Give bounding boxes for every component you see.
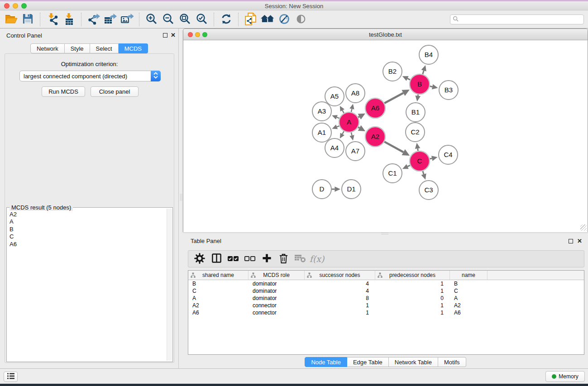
refresh-layout-button[interactable] [218,11,234,28]
window-resize-grip-icon[interactable] [580,224,587,231]
node-label-C4: C4 [444,151,452,158]
column-header[interactable]: shared name [188,271,249,280]
search-box[interactable] [450,14,584,24]
home-icon [261,14,274,26]
zoom-in-button[interactable] [143,11,160,28]
node-label-D: D [320,185,325,193]
table-row[interactable]: A6connector11A6 [188,309,584,316]
edge-A-A1[interactable] [337,126,339,127]
table-row[interactable]: Adominator80A [188,295,584,302]
arrowhead-icon [335,186,340,192]
toolbar-separator [40,13,40,26]
search-input[interactable] [460,15,583,24]
column-header[interactable]: name [450,271,488,280]
node-label-B1: B1 [411,108,420,116]
mcds-result-item[interactable]: B [10,226,166,233]
horizontal-splitter-grip[interactable] [381,233,388,235]
export-network-button[interactable] [85,11,102,28]
zoom-selected-button[interactable] [193,11,210,28]
home-button[interactable] [259,11,276,28]
save-session-button[interactable] [19,11,36,28]
tab-edge-table[interactable]: Edge Table [347,357,389,367]
network-window-titlebar[interactable]: testGlobe.txt [183,29,588,40]
column-header[interactable]: predecessor nodes [375,271,450,280]
zoom-fit-button[interactable] [177,11,193,28]
show-graphics-details-button[interactable] [292,11,309,28]
add-column-button[interactable] [260,252,273,266]
node-table[interactable]: shared nameMCDS rolesuccessor nodesprede… [188,270,584,355]
open-session-button[interactable] [3,11,19,28]
show-panels-button[interactable] [4,372,18,382]
node-label-A3: A3 [318,107,326,115]
delete-column-button[interactable] [277,252,290,266]
edge-A-A5[interactable] [342,110,344,113]
float-control-panel-button[interactable] [163,33,167,38]
export-image-button[interactable] [119,11,135,28]
table-row[interactable]: Bdominator41B [188,280,584,287]
edge-B-B4[interactable] [423,71,424,74]
edge-A6-B[interactable] [384,93,403,103]
edge-C-C4[interactable] [430,158,432,159]
column-view-button[interactable] [210,252,223,266]
tab-select[interactable]: Select [90,43,119,53]
settings-button[interactable] [193,252,206,266]
edge-A-A6[interactable] [358,117,359,117]
select-all-button[interactable] [226,252,240,266]
close-control-panel-button[interactable]: ✕ [171,32,176,38]
edge-A-A3[interactable] [337,117,339,118]
close-table-panel-button[interactable]: ✕ [577,238,582,244]
tab-network[interactable]: Network [30,43,65,53]
tab-mcds[interactable]: MCDS [119,43,148,53]
export-table-button[interactable] [102,11,119,28]
mcds-result-item[interactable]: A [10,218,166,225]
node-label-A7: A7 [351,147,359,155]
run-mcds-button[interactable]: Run MCDS [42,86,85,97]
edge-C-C2[interactable] [418,148,418,151]
edge-C-C3[interactable] [423,171,424,174]
column-header[interactable]: successor nodes [305,271,375,280]
delete-table-icon [294,254,306,264]
function-builder-button: f(x) [310,252,324,266]
main-titlebar[interactable]: Session: New Session [0,1,588,10]
edge-A-A4[interactable] [342,131,344,134]
tab-motifs[interactable]: Motifs [438,357,466,367]
edge-A2-C[interactable] [384,142,403,152]
table-row[interactable]: A2connector11A2 [188,302,584,309]
edge-B-B3[interactable] [430,86,433,87]
tab-network-table[interactable]: Network Table [389,357,438,367]
table-toolbar: f(x) [188,250,584,267]
mcds-result-item[interactable]: A6 [10,241,166,248]
node-label-A2: A2 [371,133,379,140]
arrowhead-icon [432,84,438,89]
mcds-result-list[interactable]: A2ABCA6 [7,209,166,361]
zoom-out-button[interactable] [160,11,177,28]
criterion-select[interactable]: largest connected component (directed) [19,71,161,81]
import-network-button[interactable] [44,11,61,28]
network-graph[interactable]: B4B2BB3B1A5A8A6A3AA1A2C2A4A7C4CC1C3DD1 [183,40,588,232]
close-panel-button[interactable]: Close panel [91,86,139,97]
edge-C-C1[interactable] [407,165,410,167]
clone-network-button[interactable] [242,11,259,28]
control-panel-tabs: NetworkStyleSelectMCDS [0,43,178,53]
memory-button[interactable]: Memory [545,371,585,382]
vertical-splitter-grip[interactable] [180,194,182,201]
edge-B-B2[interactable] [407,78,410,80]
mcds-result-item[interactable]: C [10,233,166,240]
edge-A-A7[interactable] [351,132,352,135]
list-menu-icon [7,372,15,381]
import-table-button[interactable] [61,11,77,28]
table-row[interactable]: Cdominator41C [188,287,584,295]
deselect-all-button[interactable] [243,252,257,266]
network-canvas[interactable]: B4B2BB3B1A5A8A6A3AA1A2C2A4A7C4CC1C3DD1 [183,40,588,232]
table-cell: 4 [305,287,375,295]
mcds-result-item[interactable]: A2 [10,211,166,218]
hide-graphics-details-button[interactable] [276,11,292,28]
edge-A-A2[interactable] [358,127,359,128]
zoom-selected-icon [196,13,208,26]
column-header[interactable]: MCDS role [249,271,305,280]
edge-A-A8[interactable] [351,109,352,112]
result-scrollbar[interactable] [167,209,172,361]
tab-node-table[interactable]: Node Table [305,357,347,367]
tab-style[interactable]: Style [65,43,90,53]
float-table-panel-button[interactable] [569,239,573,243]
